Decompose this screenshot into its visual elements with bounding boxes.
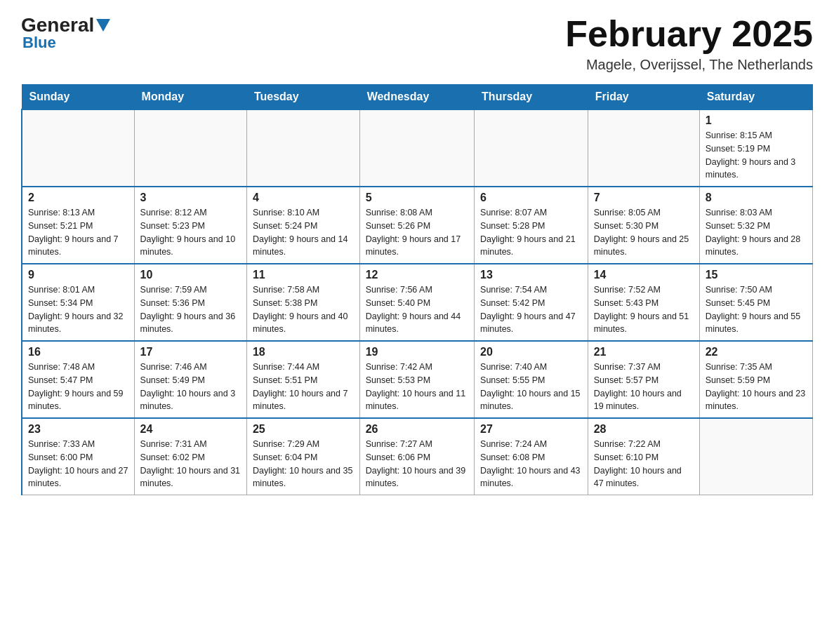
calendar-cell: 23Sunrise: 7:33 AMSunset: 6:00 PMDayligh…	[22, 418, 134, 495]
day-info: Sunrise: 7:22 AMSunset: 6:10 PMDaylight:…	[594, 438, 694, 490]
calendar-cell: 10Sunrise: 7:59 AMSunset: 5:36 PMDayligh…	[134, 264, 246, 341]
day-header-saturday: Saturday	[699, 85, 812, 110]
calendar-cell	[475, 109, 588, 187]
logo: General Blue	[21, 14, 112, 52]
day-number: 21	[594, 346, 694, 358]
day-header-friday: Friday	[588, 85, 699, 110]
week-row-2: 2Sunrise: 8:13 AMSunset: 5:21 PMDaylight…	[22, 187, 813, 264]
day-number: 24	[140, 423, 241, 436]
day-number: 19	[366, 346, 468, 358]
day-number: 20	[480, 346, 582, 358]
day-info: Sunrise: 7:59 AMSunset: 5:36 PMDaylight:…	[140, 283, 241, 336]
calendar-cell: 5Sunrise: 8:08 AMSunset: 5:26 PMDaylight…	[359, 187, 474, 264]
day-number: 9	[28, 269, 128, 281]
day-info: Sunrise: 7:24 AMSunset: 6:08 PMDaylight:…	[480, 438, 582, 490]
day-info: Sunrise: 7:35 AMSunset: 5:59 PMDaylight:…	[706, 361, 807, 413]
day-info: Sunrise: 8:05 AMSunset: 5:30 PMDaylight:…	[594, 206, 694, 259]
day-number: 8	[706, 192, 807, 204]
calendar-cell: 13Sunrise: 7:54 AMSunset: 5:42 PMDayligh…	[475, 264, 588, 341]
day-header-thursday: Thursday	[475, 85, 588, 110]
day-number: 27	[480, 423, 582, 436]
day-number: 11	[253, 269, 354, 281]
logo-triangle-icon	[96, 19, 110, 32]
calendar-cell: 21Sunrise: 7:37 AMSunset: 5:57 PMDayligh…	[588, 341, 699, 418]
day-info: Sunrise: 7:44 AMSunset: 5:51 PMDaylight:…	[253, 361, 354, 413]
calendar-cell: 19Sunrise: 7:42 AMSunset: 5:53 PMDayligh…	[359, 341, 474, 418]
calendar-cell: 1Sunrise: 8:15 AMSunset: 5:19 PMDaylight…	[699, 109, 812, 187]
calendar-cell: 28Sunrise: 7:22 AMSunset: 6:10 PMDayligh…	[588, 418, 699, 495]
calendar-cell	[588, 109, 699, 187]
calendar-cell: 7Sunrise: 8:05 AMSunset: 5:30 PMDaylight…	[588, 187, 699, 264]
day-info: Sunrise: 7:50 AMSunset: 5:45 PMDaylight:…	[706, 283, 807, 336]
calendar-cell: 25Sunrise: 7:29 AMSunset: 6:04 PMDayligh…	[246, 418, 359, 495]
day-info: Sunrise: 7:29 AMSunset: 6:04 PMDaylight:…	[253, 438, 354, 490]
day-info: Sunrise: 8:07 AMSunset: 5:28 PMDaylight:…	[480, 206, 582, 259]
day-info: Sunrise: 7:40 AMSunset: 5:55 PMDaylight:…	[480, 361, 582, 413]
day-number: 5	[366, 192, 468, 204]
day-number: 6	[480, 192, 582, 204]
calendar-cell: 12Sunrise: 7:56 AMSunset: 5:40 PMDayligh…	[359, 264, 474, 341]
day-info: Sunrise: 7:54 AMSunset: 5:42 PMDaylight:…	[480, 283, 582, 336]
day-info: Sunrise: 7:58 AMSunset: 5:38 PMDaylight:…	[253, 283, 354, 336]
calendar-header-row: SundayMondayTuesdayWednesdayThursdayFrid…	[22, 85, 813, 110]
day-info: Sunrise: 7:31 AMSunset: 6:02 PMDaylight:…	[140, 438, 241, 490]
calendar-cell: 2Sunrise: 8:13 AMSunset: 5:21 PMDaylight…	[22, 187, 134, 264]
day-info: Sunrise: 7:37 AMSunset: 5:57 PMDaylight:…	[594, 361, 694, 413]
day-info: Sunrise: 8:01 AMSunset: 5:34 PMDaylight:…	[28, 283, 128, 336]
calendar-cell	[22, 109, 134, 187]
day-info: Sunrise: 7:56 AMSunset: 5:40 PMDaylight:…	[366, 283, 468, 336]
calendar-cell: 11Sunrise: 7:58 AMSunset: 5:38 PMDayligh…	[246, 264, 359, 341]
week-row-4: 16Sunrise: 7:48 AMSunset: 5:47 PMDayligh…	[22, 341, 813, 418]
day-number: 10	[140, 269, 241, 281]
calendar-cell: 18Sunrise: 7:44 AMSunset: 5:51 PMDayligh…	[246, 341, 359, 418]
day-info: Sunrise: 7:42 AMSunset: 5:53 PMDaylight:…	[366, 361, 468, 413]
calendar-cell: 3Sunrise: 8:12 AMSunset: 5:23 PMDaylight…	[134, 187, 246, 264]
day-header-sunday: Sunday	[22, 85, 134, 110]
calendar-cell: 9Sunrise: 8:01 AMSunset: 5:34 PMDaylight…	[22, 264, 134, 341]
day-number: 4	[253, 192, 354, 204]
title-block: February 2025 Magele, Overijssel, The Ne…	[565, 14, 813, 73]
calendar-cell: 27Sunrise: 7:24 AMSunset: 6:08 PMDayligh…	[475, 418, 588, 495]
day-number: 1	[706, 114, 807, 127]
week-row-5: 23Sunrise: 7:33 AMSunset: 6:00 PMDayligh…	[22, 418, 813, 495]
day-number: 2	[28, 192, 128, 204]
day-number: 16	[28, 346, 128, 358]
day-info: Sunrise: 7:27 AMSunset: 6:06 PMDaylight:…	[366, 438, 468, 490]
day-number: 25	[253, 423, 354, 436]
day-info: Sunrise: 8:10 AMSunset: 5:24 PMDaylight:…	[253, 206, 354, 259]
day-number: 3	[140, 192, 241, 204]
day-info: Sunrise: 8:15 AMSunset: 5:19 PMDaylight:…	[706, 129, 807, 182]
day-number: 13	[480, 269, 582, 281]
day-info: Sunrise: 8:08 AMSunset: 5:26 PMDaylight:…	[366, 206, 468, 259]
calendar-cell: 17Sunrise: 7:46 AMSunset: 5:49 PMDayligh…	[134, 341, 246, 418]
calendar-cell	[134, 109, 246, 187]
day-info: Sunrise: 7:46 AMSunset: 5:49 PMDaylight:…	[140, 361, 241, 413]
day-header-monday: Monday	[134, 85, 246, 110]
calendar-cell: 15Sunrise: 7:50 AMSunset: 5:45 PMDayligh…	[699, 264, 812, 341]
calendar-cell: 16Sunrise: 7:48 AMSunset: 5:47 PMDayligh…	[22, 341, 134, 418]
calendar-cell	[359, 109, 474, 187]
day-info: Sunrise: 8:03 AMSunset: 5:32 PMDaylight:…	[706, 206, 807, 259]
calendar-cell: 22Sunrise: 7:35 AMSunset: 5:59 PMDayligh…	[699, 341, 812, 418]
day-number: 14	[594, 269, 694, 281]
day-number: 12	[366, 269, 468, 281]
calendar-cell: 8Sunrise: 8:03 AMSunset: 5:32 PMDaylight…	[699, 187, 812, 264]
day-info: Sunrise: 7:33 AMSunset: 6:00 PMDaylight:…	[28, 438, 128, 490]
calendar-table: SundayMondayTuesdayWednesdayThursdayFrid…	[21, 84, 813, 495]
calendar-cell: 14Sunrise: 7:52 AMSunset: 5:43 PMDayligh…	[588, 264, 699, 341]
week-row-3: 9Sunrise: 8:01 AMSunset: 5:34 PMDaylight…	[22, 264, 813, 341]
day-number: 26	[366, 423, 468, 436]
calendar-cell: 24Sunrise: 7:31 AMSunset: 6:02 PMDayligh…	[134, 418, 246, 495]
calendar-cell	[699, 418, 812, 495]
day-number: 18	[253, 346, 354, 358]
day-header-wednesday: Wednesday	[359, 85, 474, 110]
month-title: February 2025	[565, 14, 813, 54]
page-header: General Blue February 2025 Magele, Overi…	[21, 14, 813, 73]
day-info: Sunrise: 7:52 AMSunset: 5:43 PMDaylight:…	[594, 283, 694, 336]
location-text: Magele, Overijssel, The Netherlands	[565, 57, 813, 73]
week-row-1: 1Sunrise: 8:15 AMSunset: 5:19 PMDaylight…	[22, 109, 813, 187]
day-number: 28	[594, 423, 694, 436]
day-info: Sunrise: 8:12 AMSunset: 5:23 PMDaylight:…	[140, 206, 241, 259]
calendar-cell: 26Sunrise: 7:27 AMSunset: 6:06 PMDayligh…	[359, 418, 474, 495]
calendar-cell	[246, 109, 359, 187]
